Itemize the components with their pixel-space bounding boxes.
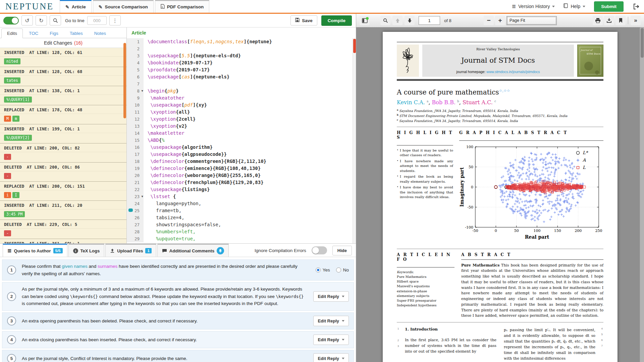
more-options-button[interactable]: ⋮ — [109, 15, 121, 25]
pdf-scrollbar[interactable] — [640, 27, 644, 362]
radio-no[interactable]: No — [336, 267, 349, 273]
query-number: 4 — [7, 335, 16, 344]
panel-tab-edits[interactable]: Edits — [1, 28, 23, 38]
info-icon: i — [73, 248, 78, 253]
comment-bubble-icon[interactable] — [128, 208, 133, 212]
pdf-toolbar: of 8 − + Page Fit » — [356, 14, 644, 27]
edit-value-badge: %\QUERY[1] — [4, 97, 32, 103]
chevron-down-icon — [583, 6, 585, 9]
author-name[interactable]: Kevin C.A. — [397, 99, 427, 106]
zoom-out-button[interactable]: − — [484, 16, 494, 25]
code-text: \definecolor{eminence}{RGB}{108,48,130} — [144, 165, 261, 172]
line-number: 13 — [127, 123, 144, 130]
edit-value-badge: nited — [4, 58, 20, 64]
affiliation-line: a Sayahna Foundation, JWA 34, Jagathy, T… — [397, 108, 603, 113]
keywords-list: Pure MathematicsHilbert spaceMaxwell's e… — [397, 275, 454, 308]
sidebar-toggle-button[interactable] — [360, 16, 370, 25]
margin-line-number: 1 — [397, 327, 399, 333]
edits-scrollbar[interactable] — [123, 37, 126, 233]
tab-source-comparison[interactable]: ✎Source Comparison — [93, 0, 154, 13]
undo-button[interactable]: ↺ — [21, 15, 33, 25]
journal-homepage-link[interactable]: www.stmdocs.in/journals/jstmdocs — [486, 70, 540, 74]
line-number: 3 — [127, 52, 144, 59]
edit-change-item[interactable]: INSERTED AT LINE: 128, COL: 61nited — [0, 48, 126, 67]
svg-text:-50: -50 — [467, 205, 473, 209]
line-number: 9 — [127, 95, 144, 102]
edit-change-item[interactable]: REPLACED AT LINE: 200, COL: 151iI — [0, 182, 126, 201]
tab-article[interactable]: ✎Article — [60, 0, 92, 13]
edit-change-item[interactable]: DELETED AT LINE: 229, COL: 5- — [0, 220, 126, 239]
margin-line-number: 4 — [601, 327, 603, 333]
title-footnote-marks: ☆,☆☆ — [499, 88, 510, 93]
search-button[interactable] — [50, 15, 61, 25]
download-icon[interactable] — [604, 16, 614, 25]
edit-change-item[interactable]: INSERTED AT LINE: 211, COL: 203:45 PM — [0, 201, 126, 220]
code-line: 8▼\begin{pkg} — [127, 87, 356, 95]
edit-change-item[interactable]: REPLACED AT LINE: 178, COL: 48Mm — [0, 105, 126, 124]
edit-change-item[interactable]: INSERTED AT LINE: 128, COL: 68tates — [0, 67, 126, 86]
bookmark-icon[interactable] — [615, 16, 626, 25]
edit-change-item[interactable]: DELETED AT LINE: 200, COL: 82- — [0, 143, 126, 163]
app-logo: NEPTUNE — [0, 0, 60, 13]
edit-change-values: - — [0, 229, 126, 239]
panel-tab-toc[interactable]: TOC — [23, 29, 44, 38]
ignore-errors-toggle[interactable] — [312, 246, 327, 254]
journal-publisher: River Valley Technologies — [476, 47, 520, 51]
save-icon — [295, 18, 300, 23]
bottom-tab-upload-files[interactable]: Upload Files1 — [105, 244, 156, 257]
author-name[interactable]: Stuart A.C. — [463, 99, 494, 106]
previous-page-button[interactable] — [392, 16, 402, 25]
bottom-tab-tex-logs[interactable]: iTeX Logs — [68, 244, 105, 257]
edit-value-badge: %\QUERY[2] — [4, 135, 32, 141]
next-page-button[interactable] — [405, 16, 415, 25]
version-history-menu[interactable]: ≣ Version History — [512, 3, 555, 9]
edit-reply-button[interactable]: Edit Reply — [313, 335, 349, 345]
pdf-search-button[interactable] — [380, 16, 390, 25]
radio-yes[interactable]: Yes — [316, 267, 330, 273]
edit-change-item[interactable]: DELETED AT LINE: 200, COL: 86- — [0, 163, 126, 182]
edit-change-item[interactable]: INSERTED AT LINE: 361, COL: 1 — [0, 239, 126, 243]
zoom-in-button[interactable]: + — [495, 16, 505, 25]
bottom-tab-label: Queries to Author — [14, 248, 51, 253]
edit-change-item[interactable]: INSERTED AT LINE: 138, COL: 1%\QUERY[1] — [0, 86, 126, 105]
track-changes-toggle[interactable] — [3, 17, 19, 24]
edit-value-badge: - — [4, 154, 11, 160]
tab-pdf-comparison[interactable]: APDF Comparison — [155, 0, 210, 13]
hide-button[interactable]: Hide — [332, 246, 352, 255]
bottom-tab-queries-to-author[interactable]: ≣Queries to Author5/5 — [3, 244, 67, 257]
submit-button[interactable]: Submit — [594, 1, 624, 12]
panel-tab-tables[interactable]: Tables — [64, 29, 88, 38]
edit-change-item[interactable]: INSERTED AT LINE: 199, COL: 1%\QUERY[2] — [0, 124, 126, 143]
bottom-tab-additional-comments[interactable]: Additional Comments — [157, 244, 229, 257]
query-text: An extra closing parenthesis has been in… — [22, 336, 313, 344]
line-number: 11 — [127, 109, 144, 116]
zoom-level-select[interactable]: Page Fit — [506, 16, 557, 25]
code-area[interactable]: 1\documentclass[fleqn,s1,nogcns,tex]{nep… — [127, 38, 356, 243]
line-number: 26 — [127, 214, 144, 221]
help-menu[interactable]: Help — [564, 3, 585, 9]
fold-arrow-icon[interactable]: ▼ — [142, 193, 143, 200]
code-line: 17 \usepackage{algpseudocode}} — [127, 151, 356, 158]
goto-line-input[interactable] — [87, 16, 107, 25]
page-number-input[interactable] — [419, 16, 440, 25]
save-button[interactable]: Save — [290, 15, 317, 25]
panel-tab-figs[interactable]: Figs — [44, 29, 64, 38]
edit-changes-count: (16) — [74, 40, 83, 46]
edit-reply-button[interactable]: Edit Reply — [313, 291, 349, 302]
goto-line-label: Go to line — [65, 18, 85, 23]
edit-reply-button[interactable]: Edit Reply — [313, 316, 349, 326]
print-icon[interactable] — [593, 16, 603, 25]
main-tabs: ✎Article✎Source ComparisonAPDF Compariso… — [60, 0, 209, 13]
code-editor: Article 1\documentclass[fleqn,s1,nogcns,… — [127, 27, 356, 243]
more-tools-button[interactable]: » — [631, 16, 641, 25]
panel-tab-notes[interactable]: Notes — [89, 29, 111, 38]
editor-scrollbar[interactable] — [353, 38, 356, 243]
logout-icon[interactable] — [633, 3, 639, 10]
compile-button[interactable]: Compile — [321, 15, 352, 26]
redo-button[interactable]: ↻ — [36, 15, 47, 25]
author-name[interactable]: Bob B.B. — [432, 99, 458, 106]
code-text: \definecolor{frenchplum}{RGB}{129,20,83} — [144, 179, 264, 186]
fold-arrow-icon[interactable]: ▼ — [142, 87, 143, 95]
edit-icon: ✎ — [65, 4, 69, 10]
edit-reply-button[interactable]: Edit Reply — [313, 353, 349, 362]
